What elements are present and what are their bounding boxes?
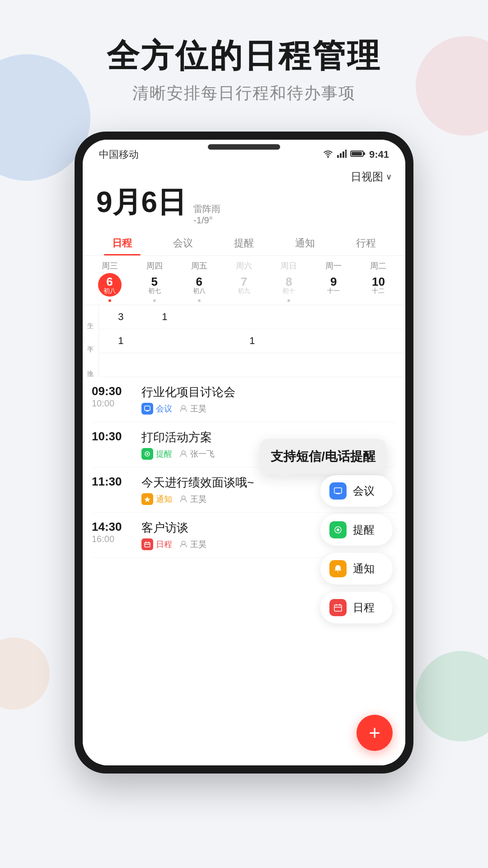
cal-date-today[interactable]: 6 初八 bbox=[98, 273, 122, 297]
cal-dot-2 bbox=[198, 299, 201, 302]
cal-date-5[interactable]: 5 初七 bbox=[143, 273, 166, 297]
status-time: 9:41 bbox=[369, 149, 389, 160]
svg-rect-5 bbox=[363, 152, 365, 155]
quick-meeting-icon bbox=[329, 482, 347, 500]
cal-date-7[interactable]: 7 初九 bbox=[232, 273, 256, 297]
event-cell-1-5 bbox=[318, 329, 361, 353]
event-cell-0-0: 3 bbox=[99, 305, 143, 329]
phone-screen: 中国移动 9:41 bbox=[83, 140, 405, 765]
sched-time-1: 09:30 10:00 bbox=[92, 384, 132, 409]
cal-day-tue[interactable]: 周二 10 十二 bbox=[356, 260, 401, 302]
sched-type-badge-3: 通知 bbox=[141, 493, 172, 505]
view-selector-label: 日视图 bbox=[351, 170, 383, 184]
event-cell-1-3: 1 bbox=[230, 329, 274, 353]
tab-itinerary[interactable]: 行程 bbox=[335, 231, 396, 255]
phone-frame: 中国移动 9:41 bbox=[75, 132, 413, 774]
sched-time-4: 14:30 16:00 bbox=[92, 520, 132, 544]
event-cell-2-2 bbox=[187, 353, 230, 377]
svg-point-11 bbox=[146, 453, 148, 455]
sched-meta-1: 会议 王昊 bbox=[141, 403, 396, 415]
event-cell-2-4 bbox=[274, 353, 318, 377]
side-label-col: 上午 下午 晚上 bbox=[83, 305, 99, 377]
cal-dot-0 bbox=[108, 299, 111, 302]
promo-header: 全方位的日程管理 清晰安排每日行程和待办事项 bbox=[0, 0, 488, 123]
quick-notify-icon bbox=[329, 560, 347, 577]
sched-time-2: 10:30 bbox=[92, 429, 132, 443]
tabs: 日程 会议 提醒 通知 行程 bbox=[83, 231, 405, 256]
cal-dot-empty-6 bbox=[377, 298, 380, 301]
event-cell-2-5 bbox=[318, 353, 361, 377]
tab-reminder[interactable]: 提醒 bbox=[214, 231, 275, 255]
cal-day-sat[interactable]: 周六 7 初九 bbox=[221, 260, 266, 302]
event-cell-1-0: 1 bbox=[99, 329, 143, 353]
cal-day-mon[interactable]: 周一 9 十一 bbox=[311, 260, 356, 302]
event-count-grid: 3 1 1 1 bbox=[99, 305, 405, 377]
sched-person-2: 张一飞 bbox=[179, 448, 215, 459]
status-carrier: 中国移动 bbox=[99, 148, 139, 161]
svg-rect-3 bbox=[345, 150, 347, 158]
cal-date-9[interactable]: 9 十一 bbox=[322, 273, 345, 297]
event-grid: 上午 下午 晚上 3 1 bbox=[83, 305, 405, 377]
notify-icon bbox=[141, 493, 153, 505]
event-cell-0-3 bbox=[230, 305, 274, 329]
tab-notify[interactable]: 通知 bbox=[274, 231, 335, 255]
quick-reminder-icon bbox=[329, 521, 347, 538]
event-cell-1-2 bbox=[187, 329, 230, 353]
event-cell-0-6 bbox=[361, 305, 405, 329]
cal-date-6[interactable]: 6 初八 bbox=[188, 273, 211, 297]
cal-dot-1 bbox=[153, 299, 156, 302]
popup-bubble: 支持短信/电话提醒 bbox=[260, 439, 386, 474]
cal-day-wed[interactable]: 周三 6 初八 bbox=[87, 260, 132, 302]
status-bar: 中国移动 9:41 bbox=[83, 140, 405, 165]
svg-point-19 bbox=[337, 528, 339, 531]
quick-btn-reminder[interactable]: 提醒 bbox=[320, 514, 393, 546]
quick-btn-schedule[interactable]: 日程 bbox=[320, 592, 393, 623]
meeting-icon bbox=[141, 403, 153, 415]
svg-rect-0 bbox=[337, 155, 339, 158]
svg-rect-16 bbox=[334, 488, 342, 493]
fab-add-button[interactable]: + bbox=[357, 715, 393, 751]
tab-schedule[interactable]: 日程 bbox=[92, 231, 153, 255]
chevron-down-icon: ∨ bbox=[386, 172, 392, 182]
event-cell-0-2 bbox=[187, 305, 230, 329]
quick-btn-meeting[interactable]: 会议 bbox=[320, 475, 393, 507]
event-cell-1-4 bbox=[274, 329, 318, 353]
side-label-evening: 晚上 bbox=[83, 353, 99, 377]
quick-actions: 会议 提醒 通知 日程 bbox=[320, 475, 393, 623]
cal-dot-4 bbox=[287, 299, 290, 302]
side-label-afternoon: 下午 bbox=[83, 329, 99, 353]
sched-type-badge-4: 日程 bbox=[141, 538, 172, 550]
event-row-0: 3 1 bbox=[99, 305, 405, 329]
event-cell-2-3 bbox=[230, 353, 274, 377]
svg-rect-6 bbox=[352, 152, 362, 156]
phone-notch bbox=[208, 144, 280, 150]
battery-icon bbox=[350, 150, 366, 160]
event-cell-2-1 bbox=[143, 353, 187, 377]
svg-rect-17 bbox=[336, 493, 340, 494]
cal-day-fri[interactable]: 周五 6 初八 bbox=[177, 260, 221, 302]
wifi-icon bbox=[323, 150, 333, 160]
svg-rect-8 bbox=[146, 410, 149, 411]
view-selector[interactable]: 日视图 ∨ bbox=[351, 170, 392, 184]
weather-desc: 雷阵雨 bbox=[193, 203, 221, 215]
sched-detail-1: 行业化项目讨论会 会议 王昊 bbox=[141, 384, 396, 415]
event-cell-2-6 bbox=[361, 353, 405, 377]
list-item[interactable]: 09:30 10:00 行业化项目讨论会 会议 bbox=[92, 377, 396, 422]
cal-day-thu[interactable]: 周四 5 初七 bbox=[132, 260, 177, 302]
sched-person-3: 王昊 bbox=[179, 494, 206, 505]
cal-day-sun[interactable]: 周日 8 初十 bbox=[267, 260, 311, 302]
quick-schedule-icon bbox=[329, 599, 347, 616]
top-bar: 日视图 ∨ bbox=[83, 165, 405, 186]
sched-type-badge-2: 提醒 bbox=[141, 448, 172, 460]
cal-date-8[interactable]: 8 初十 bbox=[277, 273, 300, 297]
tab-meeting[interactable]: 会议 bbox=[153, 231, 214, 255]
event-cell-1-6 bbox=[361, 329, 405, 353]
cal-date-10[interactable]: 10 十二 bbox=[366, 273, 390, 297]
sched-type-badge-1: 会议 bbox=[141, 403, 172, 415]
calendar-week: 周三 6 初八 周四 5 初七 bbox=[83, 256, 405, 302]
quick-btn-notify[interactable]: 通知 bbox=[320, 553, 393, 585]
status-icons: 9:41 bbox=[323, 149, 389, 160]
promo-subtitle: 清晰安排每日行程和待办事项 bbox=[0, 82, 488, 104]
phone-wrapper: 中国移动 9:41 bbox=[0, 132, 488, 774]
cal-dot-empty-5 bbox=[332, 298, 335, 301]
